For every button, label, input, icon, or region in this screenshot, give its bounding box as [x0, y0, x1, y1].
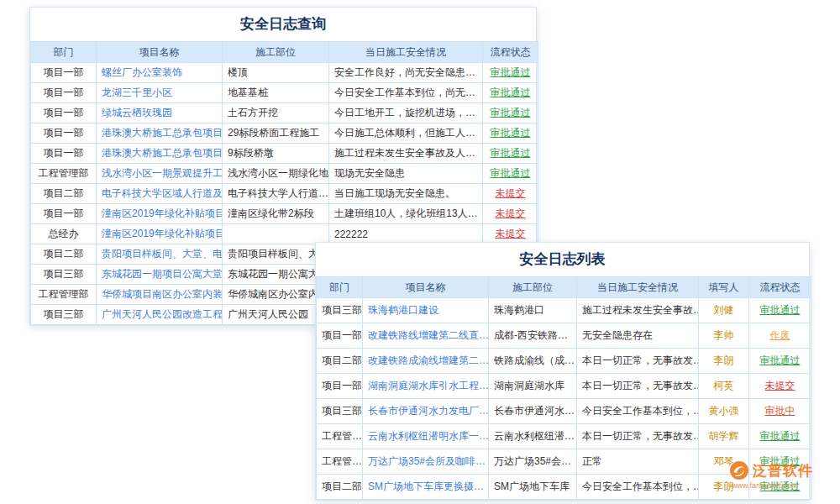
column-header-project: 项目名称	[97, 42, 223, 63]
status-link[interactable]: 审批通过	[483, 103, 538, 123]
dept-cell: 工程管…	[317, 449, 363, 475]
writer-name[interactable]: 刘健	[699, 298, 749, 323]
part-cell: 长春市伊通河水…	[489, 399, 577, 424]
status-link[interactable]: 未提交	[483, 184, 538, 204]
project-link[interactable]: SM广场地下车库更换摄…	[363, 475, 489, 500]
status-link[interactable]: 未提交	[483, 224, 538, 244]
project-link[interactable]: 潼南区2019年绿化补贴项目-绿	[97, 204, 223, 224]
table-row[interactable]: 工程管… 云南水利枢纽潜明水库一… 云南水利枢纽潜… 本日一切正常，无事故发… …	[317, 424, 811, 449]
column-header-dept: 部门	[31, 42, 97, 63]
project-link[interactable]: 万达广场35#会所及咖啡…	[363, 449, 489, 475]
column-header-safety: 当日施工安全情况	[577, 277, 699, 298]
table-row[interactable]: 项目二部 改建铁路成渝线增建第二… 铁路成渝线（成… 本日一切正常，无事故发… …	[317, 349, 811, 374]
table-row[interactable]: 项目一部 港珠澳大桥施工总承包项目 29标段桥面工程施工 今日施工总体顺利，但施…	[31, 123, 538, 144]
project-link[interactable]: 港珠澳大桥施工总承包项目	[97, 144, 223, 164]
writer-name[interactable]: 李朗	[699, 349, 749, 374]
dept-cell: 项目二部	[31, 244, 97, 265]
safety-cell: 施工过程未发生安全事故…	[577, 298, 699, 323]
project-link[interactable]: 华侨城项目南区办公室内装修…	[97, 285, 223, 305]
project-link[interactable]: 云南水利枢纽潜明水库一…	[363, 424, 489, 449]
table-row[interactable]: 总经办 潼南区2019年绿化补贴项目-绿 222222 未提交	[31, 224, 538, 244]
project-link[interactable]: 广州天河人民公园改造工程	[97, 305, 223, 325]
dept-cell: 项目一部	[31, 83, 97, 103]
safety-cell: 当日施工现场无安全隐患。	[329, 184, 483, 204]
project-link[interactable]: 龙湖三千里小区	[97, 83, 223, 103]
project-link[interactable]: 改建铁路线增建第二线直…	[363, 323, 489, 349]
safety-cell: 无安全隐患存在	[577, 323, 699, 349]
query-table-header-row: 部门 项目名称 施工部位 当日施工安全情况 流程状态	[31, 42, 538, 63]
project-link[interactable]: 绿城云栖玫瑰园	[97, 103, 223, 123]
table-row[interactable]: 项目一部 潼南区2019年绿化补贴项目-绿 潼南区绿化带2标段 土建班组10人，…	[31, 204, 538, 224]
part-cell: SM广场地下车库	[489, 475, 577, 500]
writer-name[interactable]: 柯英	[699, 374, 749, 399]
project-link[interactable]: 浅水湾小区一期景观提升工程	[97, 164, 223, 184]
safety-cell: 今日施工总体顺利，但施工人…	[329, 123, 483, 144]
project-link[interactable]: 螺丝厂办公室装饰	[97, 63, 223, 83]
table-row[interactable]: 项目一部 绿城云栖玫瑰园 土石方开挖 今日工地开工，旋挖机进场，… 审批通过	[31, 103, 538, 123]
status-link[interactable]: 未提交	[483, 204, 538, 224]
column-header-status: 流程状态	[749, 277, 811, 298]
table-row[interactable]: 项目一部 龙湖三千里小区 地基基桩 今日安全工作基本到位，尚无… 审批通过	[31, 83, 538, 103]
project-link[interactable]: 港珠澳大桥施工总承包项目	[97, 123, 223, 144]
safety-cell: 今日安全工作基本到位，…	[577, 399, 699, 424]
dept-cell: 项目一部	[31, 144, 97, 164]
writer-name[interactable]: 李帅	[699, 323, 749, 349]
part-cell: 云南水利枢纽潜…	[489, 424, 577, 449]
status-link[interactable]: 审批通过	[483, 83, 538, 103]
dept-cell: 项目一部	[31, 123, 97, 144]
column-header-project: 项目名称	[363, 277, 489, 298]
column-header-part: 施工部位	[223, 42, 329, 63]
dept-cell: 项目三部	[31, 305, 97, 325]
safety-cell: 土建班组10人，绿化班组13人…	[329, 204, 483, 224]
dept-cell: 工程管理部	[31, 285, 97, 305]
safety-cell: 本日一切正常，无事故发…	[577, 424, 699, 449]
status-link[interactable]: 审批通过	[483, 63, 538, 83]
project-link[interactable]: 珠海鹤港口建设	[363, 298, 489, 323]
part-cell	[223, 224, 329, 244]
table-row[interactable]: 工程管理部 浅水湾小区一期景观提升工程 浅水湾小区一期绿化地 现场无安全隐患 审…	[31, 164, 538, 184]
part-cell: 29标段桥面工程施工	[223, 123, 329, 144]
list-table-header-row: 部门 项目名称 施工部位 当日施工安全情况 填写人 流程状态	[317, 277, 811, 298]
safety-cell: 今日安全工作基本到位，…	[577, 475, 699, 500]
status-link[interactable]: 审批通过	[483, 123, 538, 144]
project-link[interactable]: 贵阳项目样板间、大堂、电梯…	[97, 244, 223, 265]
table-row[interactable]: 项目三部 珠海鹤港口建设 珠海鹤港口 施工过程未发生安全事故… 刘健 审批通过	[317, 298, 811, 323]
brand-watermark: 泛普软件 www.fanpusoft.com	[729, 460, 813, 490]
writer-name[interactable]: 黄小强	[699, 399, 749, 424]
status-link[interactable]: 审批通过	[749, 298, 811, 323]
part-cell: 华侨城南区办公室内	[223, 285, 329, 305]
project-link[interactable]: 湖南洞庭湖水库引水工程…	[363, 374, 489, 399]
safety-cell: 施工过程未发生安全事故及人…	[329, 144, 483, 164]
status-link[interactable]: 审批通过	[749, 349, 811, 374]
status-link[interactable]: 作废	[749, 323, 811, 349]
safety-cell: 本日一切正常，无事故发…	[577, 349, 699, 374]
column-header-safety: 当日施工安全情况	[329, 42, 483, 63]
project-link[interactable]: 长春市伊通河水力发电厂…	[363, 399, 489, 424]
status-link[interactable]: 审批通过	[483, 164, 538, 184]
status-link[interactable]: 审批中	[749, 399, 811, 424]
brand-url: www.fanpusoft.com	[729, 481, 813, 490]
table-row[interactable]: 项目一部 螺丝厂办公室装饰 楼顶 安全工作良好，尚无安全隐患… 审批通过	[31, 63, 538, 83]
dept-cell: 项目一部	[317, 374, 363, 399]
dept-cell: 项目一部	[31, 63, 97, 83]
table-row[interactable]: 项目一部 港珠澳大桥施工总承包项目 9标段桥墩 施工过程未发生安全事故及人… 审…	[31, 144, 538, 164]
status-link[interactable]: 审批通过	[749, 424, 811, 449]
table-row[interactable]: 项目一部 改建铁路线增建第二线直… 成都-西安铁路… 无安全隐患存在 李帅 作废	[317, 323, 811, 349]
project-link[interactable]: 东城花园一期项目公寓大堂装…	[97, 265, 223, 285]
status-link[interactable]: 未提交	[749, 374, 811, 399]
table-row[interactable]: 项目一部 湖南洞庭湖水库引水工程… 湖南洞庭湖水库 本日一切正常，无事故发… 柯…	[317, 374, 811, 399]
project-link[interactable]: 电子科技大学区域人行道及非…	[97, 184, 223, 204]
table-row[interactable]: 项目三部 长春市伊通河水力发电厂… 长春市伊通河水… 今日安全工作基本到位，… …	[317, 399, 811, 424]
writer-name[interactable]: 胡学辉	[699, 424, 749, 449]
part-cell: 东城花园一期公寓大堂	[223, 265, 329, 285]
column-header-dept: 部门	[317, 277, 363, 298]
dept-cell: 项目三部	[317, 298, 363, 323]
safety-cell: 正常	[577, 449, 699, 475]
dept-cell: 项目二部	[31, 184, 97, 204]
project-link[interactable]: 潼南区2019年绿化补贴项目-绿	[97, 224, 223, 244]
project-link[interactable]: 改建铁路成渝线增建第二…	[363, 349, 489, 374]
table-row[interactable]: 项目二部 电子科技大学区域人行道及非… 电子科技大学人行道… 当日施工现场无安全…	[31, 184, 538, 204]
dept-cell: 项目一部	[31, 204, 97, 224]
status-link[interactable]: 审批通过	[483, 144, 538, 164]
dept-cell: 工程管理部	[31, 164, 97, 184]
